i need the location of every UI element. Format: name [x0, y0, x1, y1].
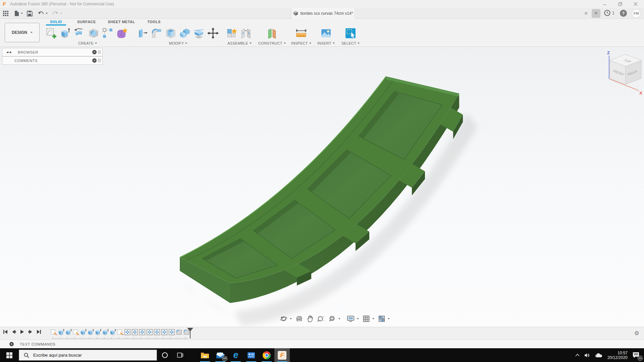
revolve-button[interactable]	[72, 26, 87, 40]
avatar[interactable]: FM	[632, 9, 641, 18]
tab-solid[interactable]: SOLID	[46, 19, 66, 25]
timeline-op-extrude[interactable]	[102, 328, 109, 336]
timeline-op-extrude[interactable]	[109, 328, 116, 336]
step-forward-button[interactable]	[28, 329, 33, 335]
split-body-button[interactable]	[192, 26, 206, 40]
chrome-button[interactable]	[259, 348, 274, 362]
timeline-op-pattern[interactable]	[168, 328, 175, 336]
extrude-button[interactable]	[58, 26, 72, 40]
minimize-button[interactable]	[598, 0, 612, 8]
text-commands-expand-icon[interactable]: +	[9, 342, 14, 346]
save-button[interactable]	[27, 9, 33, 17]
close-tab-button[interactable]: ✕	[583, 10, 589, 17]
move-copy-button[interactable]	[206, 26, 220, 40]
fusion-360-button[interactable]: F	[274, 348, 290, 362]
timeline-op-pattern[interactable]	[124, 328, 131, 336]
comments-grip-handle[interactable]	[99, 59, 101, 62]
close-button[interactable]	[629, 0, 643, 8]
onedrive-button[interactable]	[593, 348, 605, 362]
combine-button[interactable]	[178, 26, 192, 40]
browser-add-icon[interactable]: +	[92, 50, 97, 54]
browser-grip-handle[interactable]	[99, 50, 101, 54]
text-commands-bar[interactable]: + TEXT COMMANDS	[0, 340, 644, 348]
group-label-construct[interactable]: CONSTRUCT	[257, 41, 287, 45]
skip-to-start-button[interactable]	[3, 329, 8, 335]
restore-button[interactable]	[613, 0, 627, 8]
undo-button[interactable]	[38, 9, 48, 17]
action-center-button[interactable]: 11	[630, 348, 644, 362]
timeline-op-extrude[interactable]	[58, 328, 64, 336]
comments-add-icon[interactable]: +	[92, 58, 97, 63]
mail-button[interactable]: 68	[213, 348, 228, 362]
redo-button[interactable]	[52, 9, 62, 17]
measure-button[interactable]	[294, 26, 308, 40]
timeline-settings-gear-icon[interactable]: ⚙	[634, 330, 639, 337]
orbit-button[interactable]	[279, 314, 292, 323]
new-component-button[interactable]	[225, 26, 239, 40]
group-label-modify[interactable]: MODIFY	[136, 41, 221, 45]
view-cube[interactable]: TOP FRONT RIGHT Z X	[607, 50, 642, 96]
timeline-op-extrude[interactable]	[95, 328, 101, 336]
comments-panel-header[interactable]: COMMENTS +	[2, 56, 103, 65]
start-button[interactable]	[0, 348, 19, 362]
group-label-insert[interactable]: INSERT	[316, 41, 336, 45]
play-button[interactable]	[19, 329, 25, 335]
tab-surface[interactable]: SURFACE	[76, 19, 97, 25]
timeline-op-extrude[interactable]	[87, 328, 94, 336]
timeline-op-extrude[interactable]	[65, 328, 72, 336]
timeline-op-pattern[interactable]	[139, 328, 146, 336]
group-label-inspect[interactable]: INSPECT	[289, 41, 313, 45]
tab-tools[interactable]: TOOLS	[146, 19, 162, 25]
grid-layout-button[interactable]	[362, 314, 375, 323]
timeline-op-extrude[interactable]	[80, 328, 87, 336]
browser-panel-header[interactable]: ◄◄ BROWSER +	[2, 48, 103, 56]
volume-button[interactable]	[582, 348, 593, 362]
insert-canvas-button[interactable]	[319, 26, 333, 40]
viewports-button[interactable]	[377, 314, 390, 323]
timeline-op-pattern[interactable]	[131, 328, 138, 336]
app-launcher-button[interactable]	[3, 9, 9, 17]
viewport-canvas[interactable]: TOP FRONT RIGHT Z X ◄◄ BROWSER + COMMENT…	[0, 47, 644, 327]
rectangular-pattern-button[interactable]	[101, 26, 115, 40]
tab-sheet-metal[interactable]: SHEET METAL	[108, 19, 135, 25]
timeline-op-pattern[interactable]	[146, 328, 153, 336]
joint-button[interactable]	[239, 26, 253, 40]
show-hidden-icons-button[interactable]	[573, 348, 582, 362]
group-label-create[interactable]: CREATE	[44, 41, 131, 45]
task-view-button[interactable]	[172, 348, 188, 362]
timeline-op-sketch[interactable]	[72, 328, 79, 336]
taskbar-search-input[interactable]: Escribe aquí para buscar	[19, 350, 157, 361]
skip-to-end-button[interactable]	[36, 329, 42, 335]
document-tab[interactable]: bordes scx curvas 74cm v14*	[291, 8, 355, 19]
pan-button[interactable]	[306, 314, 314, 323]
timeline-op-fillet[interactable]	[176, 328, 182, 336]
app-button-blue[interactable]	[244, 348, 259, 362]
edge-button[interactable]: e	[228, 348, 244, 362]
shell-button[interactable]	[164, 26, 178, 40]
construct-plane-button[interactable]	[265, 26, 279, 40]
taskbar-clock[interactable]: 10:57 20/12/2020	[605, 351, 630, 360]
workspace-selector-design[interactable]: DESIGN	[5, 23, 40, 42]
new-tab-button[interactable]: +	[592, 9, 600, 18]
create-form-button[interactable]	[115, 26, 129, 40]
look-at-button[interactable]	[295, 314, 304, 323]
step-back-button[interactable]	[11, 329, 16, 335]
zoom-button[interactable]: +−	[316, 314, 326, 323]
fillet-button[interactable]	[150, 26, 164, 40]
hole-button[interactable]	[87, 26, 101, 40]
file-menu-button[interactable]	[14, 9, 23, 17]
select-button[interactable]	[343, 26, 358, 40]
collapse-arrows-icon[interactable]: ◄◄	[6, 50, 13, 54]
fit-button[interactable]	[328, 314, 341, 323]
timeline-op-pattern[interactable]	[161, 328, 168, 336]
job-status-button[interactable]: 1	[604, 10, 614, 16]
file-explorer-button[interactable]	[197, 348, 213, 362]
cortana-button[interactable]	[157, 348, 172, 362]
display-settings-button[interactable]	[346, 314, 360, 323]
timeline-marker[interactable]	[190, 328, 191, 339]
group-label-select[interactable]: SELECT	[339, 41, 362, 45]
group-label-assemble[interactable]: ASSEMBLE	[225, 41, 254, 45]
model-3d-view[interactable]: TOP FRONT RIGHT Z X	[0, 47, 644, 327]
press-pull-button[interactable]	[136, 26, 150, 40]
help-button[interactable]: ?	[620, 10, 627, 17]
